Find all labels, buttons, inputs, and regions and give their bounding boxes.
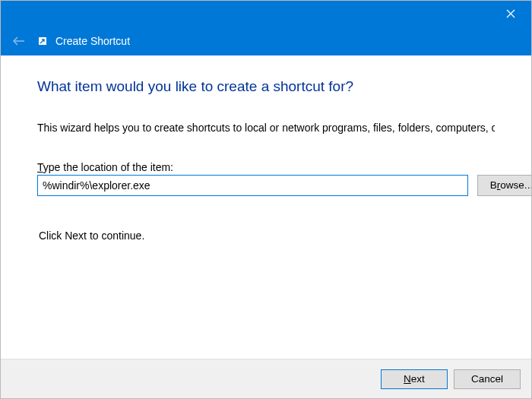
title-bar [1,1,531,27]
close-icon [506,9,515,18]
page-heading: What item would you like to create a sho… [37,78,495,95]
header-bar: Create Shortcut [1,27,531,55]
close-button[interactable] [493,1,528,27]
footer-bar: Next Cancel [1,359,531,398]
location-row: Browse... [37,175,495,196]
next-button[interactable]: Next [381,369,448,389]
cancel-button[interactable]: Cancel [454,369,521,389]
window-title: Create Shortcut [55,35,130,47]
back-button[interactable] [8,30,30,52]
continue-text: Click Next to continue. [37,230,495,242]
arrow-left-icon [11,33,27,49]
wizard-description: This wizard helps you to create shortcut… [37,121,495,135]
browse-button[interactable]: Browse... [477,175,531,196]
wizard-window: Create Shortcut What item would you like… [0,0,532,399]
content-area: What item would you like to create a sho… [1,55,531,359]
location-input[interactable] [37,175,468,196]
shortcut-icon [37,36,48,46]
location-label: Type the location of the item: [37,161,495,173]
